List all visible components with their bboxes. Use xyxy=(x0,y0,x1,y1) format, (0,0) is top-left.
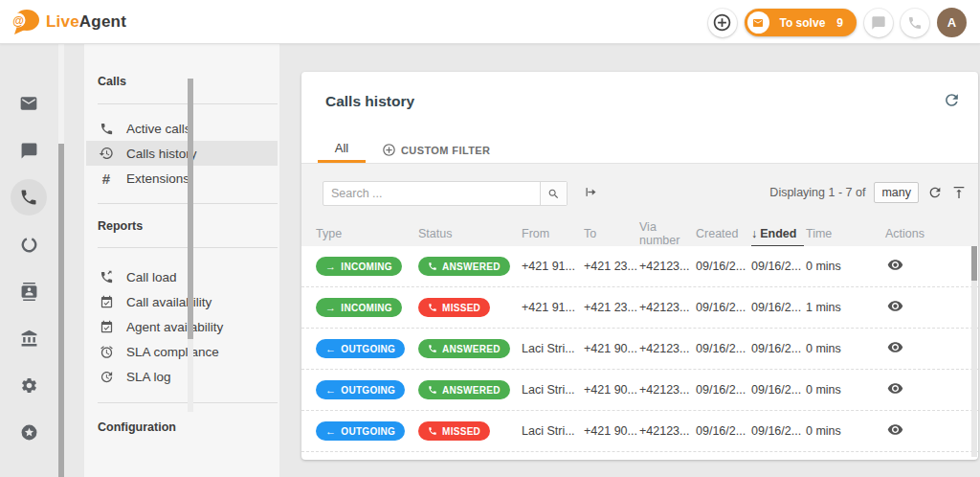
sidebar-item-call-load[interactable]: Call load xyxy=(84,264,279,289)
column-header-status[interactable]: Status xyxy=(418,227,522,240)
section-title-configuration: Configuration xyxy=(84,420,279,434)
app-window: @ LiveAgent To solve 9 xyxy=(0,0,980,477)
sidebar-item-sla-compliance[interactable]: SLA compliance xyxy=(84,339,279,364)
jump-to-button[interactable] xyxy=(584,185,598,199)
cell-via: +42123... xyxy=(639,383,696,397)
column-header-time[interactable]: Time xyxy=(806,227,876,240)
cell-to: +421 90... xyxy=(584,342,639,355)
table-row[interactable]: →INCOMING MISSED +421 91... +421 23... +… xyxy=(301,287,978,329)
table-refresh-button[interactable] xyxy=(927,185,943,200)
sidebar-item-call-availability[interactable]: Call availability xyxy=(84,289,279,314)
column-header-ended-sorted[interactable]: ↓ Ended xyxy=(751,221,806,247)
call-type-badge: →INCOMING xyxy=(316,298,402,317)
call-status-badge: MISSED xyxy=(418,421,490,441)
panel-refresh-button[interactable] xyxy=(943,91,961,109)
view-call-button[interactable] xyxy=(876,380,903,397)
column-header-via[interactable]: Via number xyxy=(639,220,696,247)
cell-ended: 09/16/2... xyxy=(751,424,806,438)
call-type-label: INCOMING xyxy=(341,303,392,313)
section-title-reports: Reports xyxy=(84,219,279,233)
table-scrollbar-thumb[interactable] xyxy=(971,246,977,281)
cell-ended: 09/16/2... xyxy=(751,301,806,314)
rail-scrollbar-thumb[interactable] xyxy=(58,144,64,477)
rail-calls-item-active[interactable] xyxy=(11,179,47,216)
user-avatar[interactable]: A xyxy=(937,8,967,37)
rail-settings-item[interactable] xyxy=(17,374,40,397)
search-button[interactable] xyxy=(540,182,567,205)
table-row[interactable]: ←OUTGOING MISSED Laci Stri... +421 90...… xyxy=(301,411,978,452)
to-solve-label: To solve xyxy=(780,16,826,30)
rail-gamification-item[interactable] xyxy=(17,420,40,443)
rail-tickets-item[interactable] xyxy=(17,92,40,115)
direction-arrow-icon: ← xyxy=(325,385,336,396)
table-row[interactable]: ←OUTGOING ANSWERED Laci Stri... +421 90.… xyxy=(301,329,978,370)
mail-icon xyxy=(19,94,38,113)
sort-desc-icon: ↓ xyxy=(751,227,757,240)
view-call-button[interactable] xyxy=(876,257,903,273)
calendar-check-icon xyxy=(98,293,115,310)
rail-scrollbar[interactable] xyxy=(58,44,64,477)
rail-company-item[interactable] xyxy=(17,327,40,350)
to-solve-count: 9 xyxy=(836,16,843,30)
cell-to: +421 23... xyxy=(584,260,639,273)
calls-sidebar: Calls Active calls Calls history # Exten… xyxy=(84,44,279,477)
call-status-badge: ANSWERED xyxy=(418,339,510,358)
sidebar-item-active-calls[interactable]: Active calls xyxy=(84,116,279,141)
calls-button[interactable] xyxy=(901,9,929,37)
calendar-check-icon xyxy=(98,318,115,335)
table-row[interactable]: →INCOMING ANSWERED +421 91... +421 23...… xyxy=(301,246,978,287)
chats-button[interactable] xyxy=(864,9,893,37)
tab-custom-filter-label: CUSTOM FILTER xyxy=(401,145,490,156)
column-header-type[interactable]: Type xyxy=(316,227,418,240)
tab-all[interactable]: All xyxy=(318,141,366,155)
scroll-to-top-button[interactable] xyxy=(951,185,967,200)
rail-contacts-item[interactable] xyxy=(17,280,40,303)
add-button[interactable] xyxy=(708,9,737,37)
view-call-button[interactable] xyxy=(876,298,903,314)
table-row[interactable]: ←OUTGOING ANSWERED Laci Stri... +421 90.… xyxy=(301,370,978,411)
table-scrollbar[interactable] xyxy=(971,246,977,457)
history-icon xyxy=(98,145,115,162)
sidebar-item-extensions[interactable]: # Extensions xyxy=(84,166,279,191)
cell-to: +421 90... xyxy=(584,424,639,438)
displaying-text: Displaying 1 - 7 of xyxy=(769,186,865,199)
rail-chats-item[interactable] xyxy=(17,139,40,162)
view-call-button[interactable] xyxy=(876,421,903,438)
view-call-button[interactable] xyxy=(876,339,903,355)
call-type-badge: ←OUTGOING xyxy=(316,421,405,441)
sidebar-item-sla-log[interactable]: SLA log xyxy=(84,364,279,389)
cell-time: 0 mins xyxy=(806,342,876,355)
sidebar-item-calls-history[interactable]: Calls history xyxy=(86,141,278,166)
cell-via: +42123... xyxy=(639,260,696,273)
column-header-to[interactable]: To xyxy=(584,227,639,240)
plus-circle-icon xyxy=(382,143,396,157)
cell-time: 0 mins xyxy=(806,260,876,273)
cell-created: 09/16/2... xyxy=(696,424,751,438)
call-status-badge: ANSWERED xyxy=(418,380,510,399)
column-header-created[interactable]: Created xyxy=(696,227,751,240)
to-solve-button[interactable]: To solve 9 xyxy=(745,9,857,36)
tab-custom-filter[interactable]: CUSTOM FILTER xyxy=(382,143,490,157)
column-header-actions[interactable]: Actions xyxy=(876,227,933,240)
rail-status-item[interactable] xyxy=(17,233,40,256)
liveagent-logo[interactable]: @ LiveAgent xyxy=(10,7,126,37)
eye-icon xyxy=(887,298,903,314)
sidebar-scrollbar[interactable] xyxy=(188,79,193,412)
call-type-label: OUTGOING xyxy=(341,385,395,396)
call-status-badge: ANSWERED xyxy=(418,257,510,276)
sidebar-scrollbar-thumb[interactable] xyxy=(188,79,193,339)
eye-icon xyxy=(887,421,903,438)
range-selector[interactable]: many xyxy=(874,182,919,203)
table-body: →INCOMING ANSWERED +421 91... +421 23...… xyxy=(301,246,978,452)
column-header-from[interactable]: From xyxy=(522,227,584,240)
sidebar-item-agent-availability[interactable]: Agent availability xyxy=(84,314,279,339)
cell-time: 1 mins xyxy=(806,301,876,314)
search-input[interactable] xyxy=(323,182,540,205)
call-status-label: MISSED xyxy=(442,426,480,437)
topbar-actions: To solve 9 A xyxy=(708,8,967,37)
call-status-label: ANSWERED xyxy=(442,261,501,272)
icon-rail xyxy=(0,44,57,477)
call-status-badge: MISSED xyxy=(418,298,490,317)
gear-icon xyxy=(20,376,38,395)
search-box xyxy=(323,181,568,206)
